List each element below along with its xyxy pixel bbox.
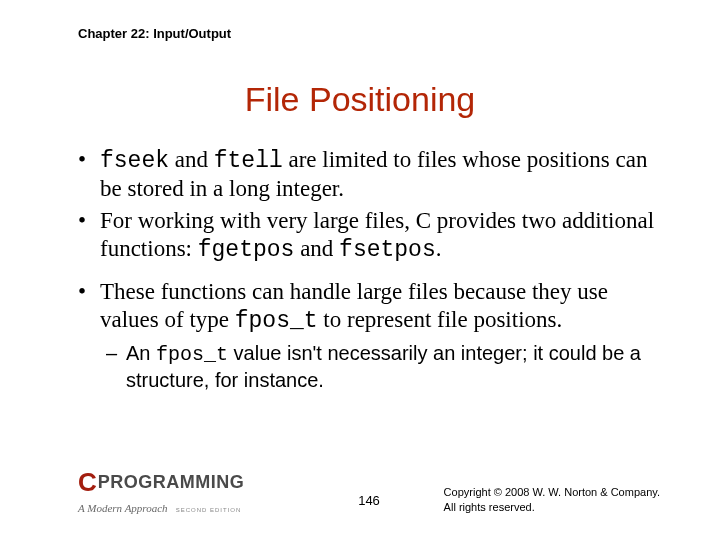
copyright-line-2: All rights reserved. xyxy=(444,500,660,514)
sub-bullet-1: An fpos_t value isn't necessarily an int… xyxy=(78,341,660,392)
page-number: 146 xyxy=(358,493,380,508)
text: to represent file positions. xyxy=(318,307,563,332)
logo-programming: PROGRAMMING xyxy=(98,472,245,493)
text: An xyxy=(126,342,156,364)
chapter-header: Chapter 22: Input/Output xyxy=(78,26,231,41)
content-area: fseek and ftell are limited to files who… xyxy=(78,146,660,392)
text: and xyxy=(169,147,214,172)
slide-title: File Positioning xyxy=(0,80,720,119)
code-fseek: fseek xyxy=(100,148,169,174)
text: . xyxy=(436,236,442,261)
bullet-3: These functions can handle large files b… xyxy=(78,278,660,335)
copyright-line-1: Copyright © 2008 W. W. Norton & Company. xyxy=(444,485,660,499)
logo-subtitle: A Modern Approach xyxy=(78,502,168,514)
code-fpos-t: fpos_t xyxy=(235,308,318,334)
text: and xyxy=(294,236,339,261)
book-logo: C PROGRAMMING A Modern Approach SECOND E… xyxy=(78,467,244,516)
bullet-2: For working with very large files, C pro… xyxy=(78,207,660,264)
logo-c-letter: C xyxy=(78,467,96,498)
code-ftell: ftell xyxy=(214,148,283,174)
logo-edition: SECOND EDITION xyxy=(176,507,242,513)
code-fgetpos: fgetpos xyxy=(198,237,295,263)
logo-top-row: C PROGRAMMING xyxy=(78,467,244,498)
code-fpos-t: fpos_t xyxy=(156,343,228,366)
footer: C PROGRAMMING A Modern Approach SECOND E… xyxy=(78,474,660,522)
code-fsetpos: fsetpos xyxy=(339,237,436,263)
copyright-block: Copyright © 2008 W. W. Norton & Company.… xyxy=(444,485,660,514)
bullet-1: fseek and ftell are limited to files who… xyxy=(78,146,660,203)
logo-bottom-row: A Modern Approach SECOND EDITION xyxy=(78,498,244,516)
